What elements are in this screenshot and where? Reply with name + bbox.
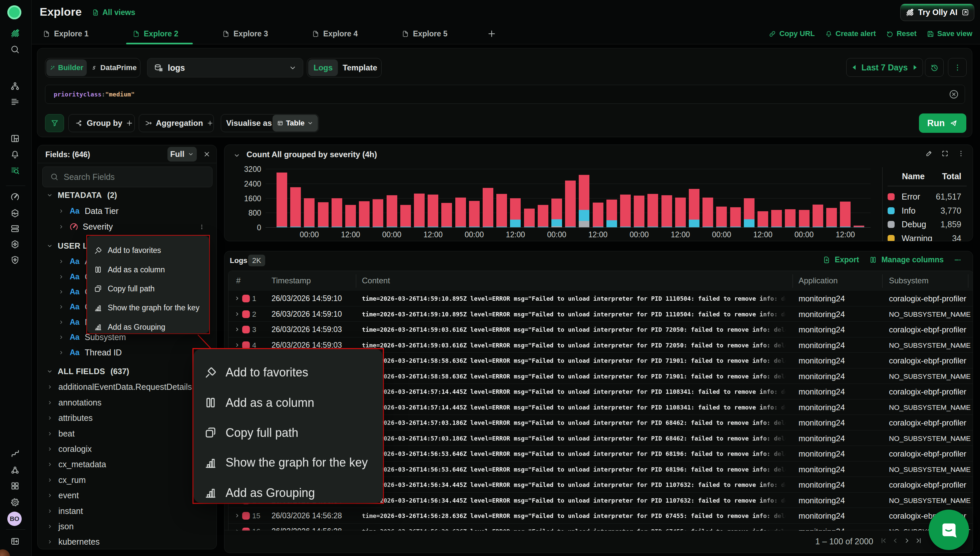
chart-bar[interactable] bbox=[414, 194, 425, 227]
chart-bar[interactable] bbox=[400, 205, 411, 227]
chart-bar[interactable] bbox=[812, 205, 823, 227]
gauge-icon[interactable] bbox=[10, 192, 20, 202]
fields-section-metadata[interactable]: METADATA(2) bbox=[38, 187, 216, 203]
field-kebab-icon[interactable] bbox=[198, 224, 205, 230]
chart-bar[interactable] bbox=[277, 173, 287, 227]
brand-logo[interactable] bbox=[7, 5, 21, 19]
search-icon[interactable] bbox=[10, 44, 20, 54]
bell-icon[interactable] bbox=[10, 150, 20, 160]
chart-bar[interactable] bbox=[634, 196, 645, 227]
column-header-content[interactable]: Content bbox=[362, 276, 390, 285]
menu-item-copy-full-path[interactable]: Copy full path bbox=[193, 418, 383, 448]
chart-more-icon[interactable] bbox=[957, 150, 965, 158]
user-avatar[interactable]: BO bbox=[7, 512, 22, 526]
filters-button[interactable] bbox=[45, 114, 64, 132]
create-alert-button[interactable]: Create alert bbox=[825, 29, 876, 38]
org-icon[interactable] bbox=[10, 81, 20, 91]
close-fields-icon[interactable] bbox=[203, 150, 211, 158]
time-range-picker[interactable]: Last 7 Days bbox=[846, 58, 923, 77]
fields-mode-dropdown[interactable]: Full bbox=[168, 147, 197, 162]
shield-star-icon[interactable] bbox=[10, 255, 20, 265]
column-header-application[interactable]: Application bbox=[799, 276, 838, 285]
gear-icon[interactable] bbox=[10, 497, 20, 507]
field-item-thread-id[interactable]: AaThread ID bbox=[38, 345, 216, 360]
column-divider[interactable] bbox=[882, 274, 883, 288]
last-page-icon[interactable] bbox=[915, 537, 923, 545]
log-row-3[interactable]: 3 26/03/2026 14:59:03 time=2026-03-26T14… bbox=[229, 322, 973, 338]
field-item-kubernetes[interactable]: kubernetes bbox=[38, 534, 216, 550]
chart-bar[interactable] bbox=[703, 197, 713, 227]
chart-bar[interactable] bbox=[441, 203, 452, 227]
expand-row-icon[interactable] bbox=[234, 326, 240, 332]
grid4-icon[interactable] bbox=[10, 481, 20, 491]
field-item-cx-metadata[interactable]: cx_metadata bbox=[38, 457, 216, 472]
field-item-attributes[interactable]: attributes bbox=[38, 411, 216, 426]
visualise-value-dropdown[interactable]: Table bbox=[272, 115, 318, 131]
expand-row-icon[interactable] bbox=[234, 342, 240, 348]
builder-toggle[interactable]: Builder bbox=[46, 60, 87, 76]
chart-collapse-icon[interactable] bbox=[233, 152, 240, 159]
chart-bar[interactable] bbox=[648, 194, 658, 227]
coralogix-mark-icon[interactable] bbox=[10, 28, 20, 39]
menu-item-add-as-grouping[interactable]: Add as Grouping bbox=[87, 318, 209, 337]
dataprime-toggle[interactable]: DataPrime bbox=[91, 63, 137, 72]
menu-item-add-as-a-column[interactable]: Add as a column bbox=[193, 388, 383, 418]
fields-search-input[interactable]: Search Fields bbox=[42, 166, 213, 187]
chart-bar[interactable] bbox=[593, 202, 603, 227]
prev-page-icon[interactable] bbox=[891, 537, 899, 545]
source-select[interactable]: logs bbox=[147, 58, 303, 78]
field-item-data-tier[interactable]: AaData Tier bbox=[38, 203, 216, 219]
chart-bar[interactable] bbox=[359, 201, 369, 227]
first-page-icon[interactable] bbox=[880, 537, 888, 545]
hex-star-icon[interactable] bbox=[10, 239, 20, 249]
column-divider[interactable] bbox=[356, 274, 356, 288]
chart-bar[interactable] bbox=[469, 201, 480, 227]
reset-button[interactable]: Reset bbox=[886, 29, 917, 38]
copy-url-button[interactable]: Copy URL bbox=[769, 29, 814, 38]
expand-row-icon[interactable] bbox=[234, 295, 240, 301]
manage-columns-button[interactable]: Manage columns bbox=[869, 255, 944, 264]
chart-bar[interactable] bbox=[840, 202, 851, 227]
collapse-sidebar-icon[interactable] bbox=[10, 536, 20, 546]
chart-bar[interactable] bbox=[758, 211, 768, 227]
tab-explore-1[interactable]: Explore 1 bbox=[36, 23, 103, 44]
next-page-icon[interactable] bbox=[903, 537, 911, 545]
chart-bar[interactable] bbox=[428, 195, 438, 227]
template-option[interactable]: Template bbox=[343, 63, 377, 73]
chart-bar[interactable] bbox=[744, 198, 754, 227]
fields-section-all-fields[interactable]: ALL FIELDS(637) bbox=[38, 364, 216, 380]
save-view-button[interactable]: Save view bbox=[927, 29, 972, 38]
column-header-num[interactable]: # bbox=[236, 276, 240, 285]
log-row-2[interactable]: 2 26/03/2026 14:59:10 time=2026-03-26T14… bbox=[229, 306, 973, 322]
servers-icon[interactable] bbox=[10, 224, 20, 234]
chart-bar[interactable] bbox=[826, 208, 837, 227]
chart-bar[interactable] bbox=[565, 181, 576, 227]
chart-bar[interactable] bbox=[730, 207, 741, 227]
chart-bar[interactable] bbox=[496, 194, 507, 227]
chart-bar[interactable] bbox=[854, 226, 864, 227]
log-row-1[interactable]: 1 26/03/2026 14:59:10 time=2026-03-26T14… bbox=[229, 291, 973, 306]
legend-row-error[interactable]: Error61,517 bbox=[888, 190, 967, 204]
expand-row-icon[interactable] bbox=[234, 311, 240, 317]
menu-item-show-the-graph-for-the-key[interactable]: Show the graph for the key bbox=[87, 298, 209, 317]
text-lines-icon[interactable] bbox=[10, 97, 20, 107]
field-item-beat[interactable]: beat bbox=[38, 426, 216, 441]
aggregation-button[interactable]: Aggregation bbox=[139, 114, 214, 132]
chart-edit-icon[interactable] bbox=[925, 150, 933, 158]
chart-bar[interactable] bbox=[538, 205, 548, 227]
run-button[interactable]: Run bbox=[919, 113, 966, 133]
hex-pulse-icon[interactable] bbox=[10, 208, 20, 218]
chart-bar[interactable] bbox=[510, 198, 521, 227]
field-item-annotations[interactable]: annotations bbox=[38, 395, 216, 410]
try-olly-ai-button[interactable]: Try Olly AI bbox=[900, 4, 974, 21]
query-more-button[interactable] bbox=[948, 58, 967, 77]
tri-circles-icon[interactable] bbox=[10, 465, 20, 475]
menu-item-add-to-favorites[interactable]: Add to favorites bbox=[193, 357, 383, 388]
field-item-event[interactable]: event bbox=[38, 488, 216, 503]
chart-bar[interactable] bbox=[345, 205, 356, 227]
chart-bar[interactable] bbox=[455, 197, 466, 227]
chart-bar[interactable] bbox=[332, 198, 342, 227]
chart-bar[interactable] bbox=[771, 210, 782, 227]
expand-row-icon[interactable] bbox=[234, 512, 240, 519]
log-row-15[interactable]: 15 26/03/2026 14:56:28 time=2026-03-26T1… bbox=[229, 508, 973, 524]
